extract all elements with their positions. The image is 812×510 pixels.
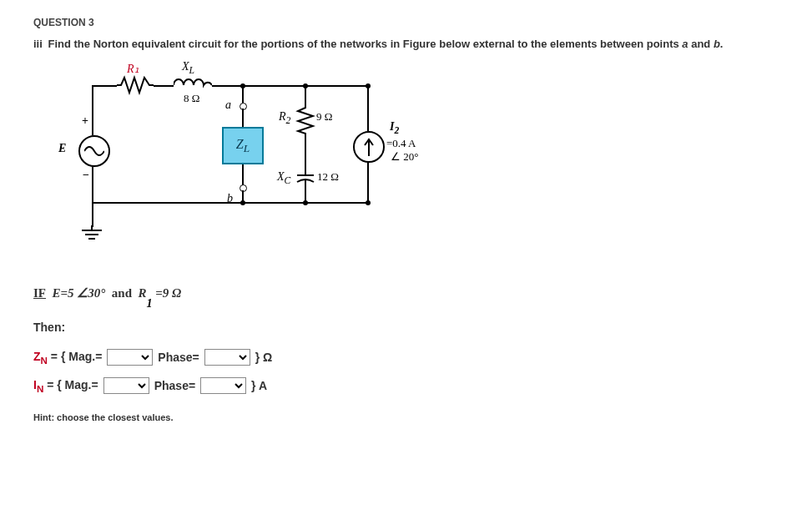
question-prompt: iii Find the Norton equivalent circuit f…	[33, 37, 779, 52]
circuit-figure: R₁ XL 8 Ω + − E a ZL b	[58, 68, 779, 260]
if-label: IF	[33, 286, 46, 300]
inductor-xl-icon	[174, 77, 212, 93]
label-i2-val2: ∠ 20°	[391, 150, 418, 164]
resistor-r1-icon	[117, 75, 154, 95]
close-ohm: } Ω	[255, 351, 273, 364]
expr-eq: =9 Ω	[155, 286, 181, 300]
resistor-r2-icon	[295, 105, 315, 135]
zn-phase-select[interactable]	[204, 349, 250, 366]
phase-label-in: Phase=	[154, 379, 195, 392]
load-zl: ZL	[222, 127, 264, 164]
prompt-and: and	[688, 38, 714, 50]
condition-line: IF E=5 ∠30° and R1 =9 Ω	[33, 285, 779, 304]
prompt-period: .	[720, 38, 724, 50]
voltage-source-icon	[78, 135, 110, 167]
expr-e: E=5 ∠30°	[53, 286, 106, 300]
plus-sign: +	[82, 114, 88, 128]
current-source-icon	[353, 131, 385, 163]
label-9ohm: 9 Ω	[316, 110, 332, 124]
point-a: a	[682, 38, 688, 50]
question-number: QUESTION 3	[33, 17, 779, 28]
and-label: and	[112, 286, 132, 300]
close-a: } A	[251, 379, 267, 392]
sub-1: 1	[147, 297, 153, 310]
point-b: b	[714, 38, 720, 50]
ground-icon	[82, 225, 102, 244]
in-phase-select[interactable]	[200, 377, 246, 394]
label-r1: R₁	[127, 62, 139, 76]
phase-label-zn: Phase=	[158, 351, 199, 364]
capacitor-xc-icon	[295, 169, 315, 189]
label-e: E	[58, 142, 66, 155]
in-row: IN = { Mag.= Phase= } A	[33, 377, 779, 394]
minus-sign: −	[83, 169, 89, 182]
roman-numeral: iii	[33, 38, 43, 50]
label-i2-val1: =0.4 A	[386, 137, 416, 150]
label-a: a	[225, 98, 231, 112]
zn-mag-select[interactable]	[107, 349, 153, 366]
zn-row: ZN = { Mag.= Phase= } Ω	[33, 349, 779, 366]
label-12ohm: 12 Ω	[317, 170, 339, 184]
expr-r: R	[139, 286, 147, 300]
in-mag-select[interactable]	[103, 377, 149, 394]
hint-text: Hint: choose the closest values.	[33, 412, 779, 422]
label-8ohm: 8 Ω	[184, 92, 199, 105]
prompt-text: Find the Norton equivalent circuit for t…	[48, 38, 682, 50]
then-label: Then:	[33, 321, 779, 334]
